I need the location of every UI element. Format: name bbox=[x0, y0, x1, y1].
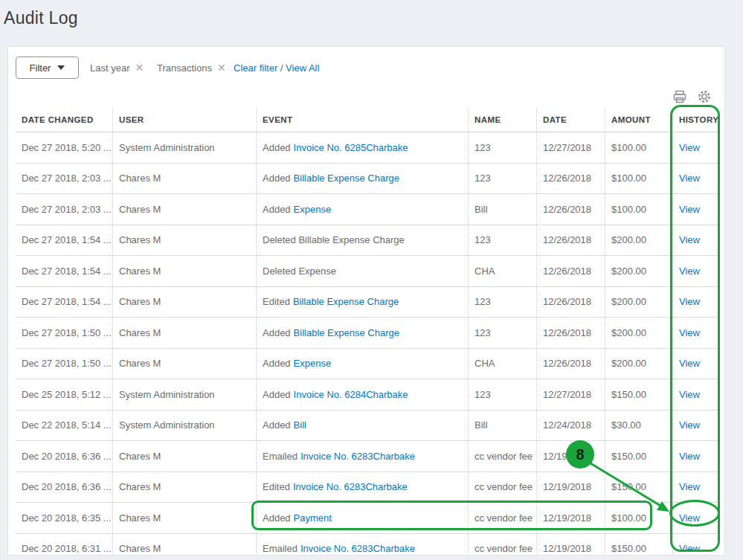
cell-date-changed: Dec 27 2018, 1:54 ... bbox=[16, 256, 112, 286]
cell-event: Edited Billable Expense Charge bbox=[256, 287, 468, 318]
event-transaction-link[interactable]: Expense bbox=[294, 358, 332, 369]
cell-date-changed: Dec 27 2018, 5:20 ... bbox=[16, 132, 112, 163]
cell-date: 12/26/2018 bbox=[536, 194, 605, 225]
cell-date-changed: Dec 20 2018, 6:35 ... bbox=[16, 503, 112, 533]
table-row: Dec 27 2018, 2:03 ... Chares M Added Bil… bbox=[16, 164, 718, 195]
close-icon[interactable]: ✕ bbox=[135, 62, 144, 73]
cell-name: cc vendor fee bbox=[468, 534, 536, 556]
cell-history: View bbox=[672, 472, 718, 503]
event-action-text: Edited bbox=[263, 296, 290, 307]
event-action-text: Emailed bbox=[263, 451, 297, 462]
event-action-text: Added bbox=[263, 512, 291, 524]
event-transaction-link[interactable]: Invoice No. 6283Charbake bbox=[300, 543, 415, 554]
cell-event: Added Bill bbox=[256, 411, 468, 441]
cell-date-changed: Dec 20 2018, 6:36 ... bbox=[16, 441, 112, 472]
cell-event: Emailed Invoice No. 6283Charbake bbox=[256, 441, 468, 472]
close-icon[interactable]: ✕ bbox=[217, 62, 226, 73]
cell-amount: $100.00 bbox=[605, 503, 672, 533]
cell-date: 12/26/2018 bbox=[536, 287, 605, 318]
cell-history: View bbox=[672, 503, 718, 533]
view-history-link[interactable]: View bbox=[679, 142, 700, 153]
view-history-link[interactable]: View bbox=[679, 419, 700, 431]
cell-date: 12/26/2018 bbox=[536, 225, 605, 256]
view-history-link[interactable]: View bbox=[679, 451, 700, 462]
view-history-link[interactable]: View bbox=[679, 234, 700, 245]
cell-date: 12/19/2018 bbox=[536, 441, 605, 472]
view-history-link[interactable]: View bbox=[679, 265, 700, 277]
filter-button[interactable]: Filter bbox=[16, 57, 79, 79]
column-header-amount: AMOUNT bbox=[605, 107, 672, 132]
view-history-link[interactable]: View bbox=[679, 327, 700, 338]
view-history-link[interactable]: View bbox=[679, 204, 700, 215]
event-transaction-link[interactable]: Expense bbox=[294, 204, 332, 215]
cell-date: 12/27/2018 bbox=[536, 132, 605, 163]
table-row: Dec 25 2018, 5:12 ... System Administrat… bbox=[16, 379, 718, 411]
page-title: Audit Log bbox=[4, 8, 78, 28]
table-body: Dec 27 2018, 5:20 ... System Administrat… bbox=[16, 132, 718, 556]
cell-date: 12/26/2018 bbox=[536, 349, 605, 379]
cell-amount: $200.00 bbox=[605, 287, 672, 318]
table-header-row: DATE CHANGED USER EVENT NAME DATE AMOUNT… bbox=[16, 107, 718, 132]
cell-history: View bbox=[672, 225, 718, 256]
cell-date: 12/19/2018 bbox=[536, 503, 605, 533]
cell-date: 12/26/2018 bbox=[536, 318, 605, 348]
filter-chip-last-year: Last year ✕ bbox=[90, 57, 144, 79]
event-transaction-link[interactable]: Invoice No. 6283Charbake bbox=[293, 481, 408, 492]
view-history-link[interactable]: View bbox=[679, 389, 700, 400]
cell-user: Chares M bbox=[112, 194, 256, 225]
cell-history: View bbox=[672, 349, 718, 379]
event-transaction-link[interactable]: Billable Expense Charge bbox=[294, 173, 399, 184]
cell-user: Chares M bbox=[112, 164, 256, 194]
view-history-link[interactable]: View bbox=[679, 296, 700, 307]
cell-name: 123 bbox=[468, 318, 536, 348]
view-history-link[interactable]: View bbox=[679, 481, 700, 492]
cell-name: Bill bbox=[468, 194, 536, 225]
view-history-link[interactable]: View bbox=[679, 543, 700, 554]
filter-chip-label: Last year bbox=[90, 62, 129, 74]
caret-down-icon bbox=[57, 65, 65, 70]
cell-name: 123 bbox=[468, 225, 536, 256]
view-history-link[interactable]: View bbox=[679, 358, 700, 369]
cell-event: Added Expense bbox=[256, 349, 468, 379]
print-icon[interactable] bbox=[672, 89, 687, 104]
cell-name: cc vendor fee bbox=[468, 472, 536, 503]
cell-user: System Administration bbox=[112, 132, 256, 163]
cell-name: cc vendor fee bbox=[468, 503, 536, 533]
cell-date-changed: Dec 27 2018, 1:54 ... bbox=[16, 225, 112, 256]
cell-amount: $200.00 bbox=[605, 256, 672, 286]
event-transaction-link[interactable]: Invoice No. 6285Charbake bbox=[294, 142, 408, 153]
view-history-link[interactable]: View bbox=[679, 173, 700, 184]
cell-date-changed: Dec 27 2018, 2:03 ... bbox=[16, 164, 112, 194]
table-row: Dec 27 2018, 1:54 ... Chares M Edited Bi… bbox=[16, 287, 718, 318]
cell-date: 12/19/2018 bbox=[536, 472, 605, 503]
event-transaction-link[interactable]: Bill bbox=[294, 419, 306, 431]
audit-log-table: DATE CHANGED USER EVENT NAME DATE AMOUNT… bbox=[16, 107, 718, 556]
cell-amount: $150.00 bbox=[605, 441, 672, 472]
event-action-text: Added bbox=[263, 142, 291, 153]
event-transaction-link[interactable]: Invoice No. 6283Charbake bbox=[300, 451, 415, 462]
event-transaction-link[interactable]: Invoice No. 6284Charbake bbox=[294, 389, 408, 400]
event-transaction-link[interactable]: Payment bbox=[294, 512, 332, 524]
event-action-text: Added bbox=[263, 419, 291, 431]
cell-history: View bbox=[672, 441, 718, 472]
audit-log-card: Filter Last year ✕ Transactions ✕ Clear … bbox=[7, 46, 725, 556]
cell-user: Chares M bbox=[112, 534, 256, 556]
clear-filter-link[interactable]: Clear filter / View All bbox=[234, 57, 319, 79]
view-history-link[interactable]: View bbox=[679, 512, 700, 524]
cell-history: View bbox=[672, 194, 718, 225]
table-row: Dec 27 2018, 2:03 ... Chares M Added Exp… bbox=[16, 194, 718, 225]
filter-button-label: Filter bbox=[30, 62, 51, 74]
cell-event: Deleted Billable Expense Charge bbox=[256, 225, 468, 256]
cell-date-changed: Dec 20 2018, 6:36 ... bbox=[16, 472, 112, 503]
table-row: Dec 27 2018, 1:54 ... Chares M Deleted E… bbox=[16, 256, 718, 287]
event-action-text: Added bbox=[263, 327, 291, 338]
event-transaction-link[interactable]: Billable Expense Charge bbox=[294, 327, 399, 338]
cell-date: 12/26/2018 bbox=[536, 256, 605, 286]
gear-icon[interactable] bbox=[697, 89, 712, 104]
table-row: Dec 22 2018, 5:14 ... System Administrat… bbox=[16, 411, 718, 442]
cell-amount: $150.00 bbox=[605, 379, 672, 410]
event-action-text: Added bbox=[263, 204, 291, 215]
cell-history: View bbox=[672, 287, 718, 318]
event-transaction-link[interactable]: Billable Expense Charge bbox=[293, 296, 399, 307]
cell-event: Deleted Expense bbox=[256, 256, 468, 286]
